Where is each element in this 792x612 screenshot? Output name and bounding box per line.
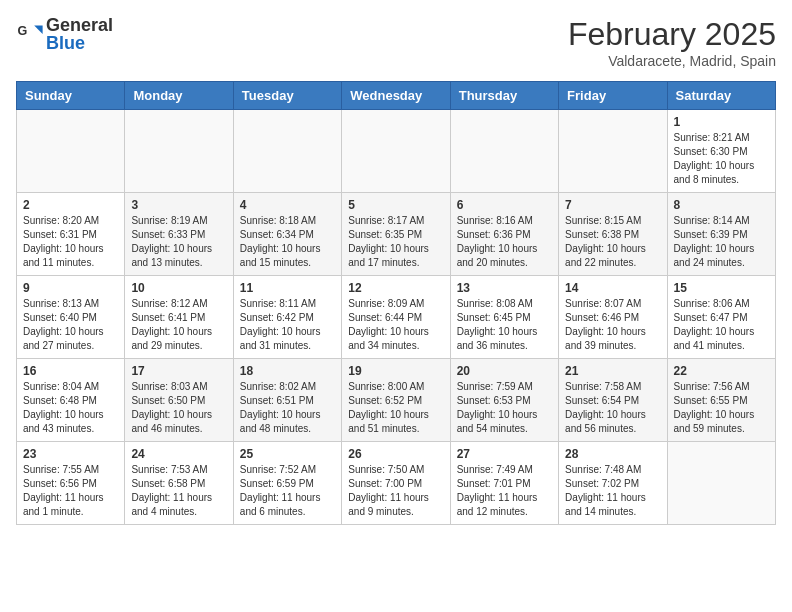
day-cell: 7Sunrise: 8:15 AM Sunset: 6:38 PM Daylig… — [559, 193, 667, 276]
day-number: 28 — [565, 447, 660, 461]
month-year-title: February 2025 — [568, 16, 776, 53]
day-number: 7 — [565, 198, 660, 212]
day-cell: 12Sunrise: 8:09 AM Sunset: 6:44 PM Dayli… — [342, 276, 450, 359]
day-cell: 1Sunrise: 8:21 AM Sunset: 6:30 PM Daylig… — [667, 110, 775, 193]
day-info: Sunrise: 8:03 AM Sunset: 6:50 PM Dayligh… — [131, 380, 226, 436]
page-header: G General Blue February 2025 Valdaracete… — [16, 16, 776, 69]
weekday-header-saturday: Saturday — [667, 82, 775, 110]
logo-general-text: General — [46, 16, 113, 34]
day-number: 21 — [565, 364, 660, 378]
day-number: 24 — [131, 447, 226, 461]
weekday-header-thursday: Thursday — [450, 82, 558, 110]
day-cell: 21Sunrise: 7:58 AM Sunset: 6:54 PM Dayli… — [559, 359, 667, 442]
day-info: Sunrise: 8:18 AM Sunset: 6:34 PM Dayligh… — [240, 214, 335, 270]
location-subtitle: Valdaracete, Madrid, Spain — [568, 53, 776, 69]
day-cell: 26Sunrise: 7:50 AM Sunset: 7:00 PM Dayli… — [342, 442, 450, 525]
day-number: 14 — [565, 281, 660, 295]
logo: G General Blue — [16, 16, 113, 52]
weekday-header-tuesday: Tuesday — [233, 82, 341, 110]
day-number: 6 — [457, 198, 552, 212]
day-cell: 28Sunrise: 7:48 AM Sunset: 7:02 PM Dayli… — [559, 442, 667, 525]
day-number: 15 — [674, 281, 769, 295]
day-cell: 22Sunrise: 7:56 AM Sunset: 6:55 PM Dayli… — [667, 359, 775, 442]
day-info: Sunrise: 7:48 AM Sunset: 7:02 PM Dayligh… — [565, 463, 660, 519]
day-cell: 18Sunrise: 8:02 AM Sunset: 6:51 PM Dayli… — [233, 359, 341, 442]
day-cell: 27Sunrise: 7:49 AM Sunset: 7:01 PM Dayli… — [450, 442, 558, 525]
day-cell — [559, 110, 667, 193]
logo-blue-text: Blue — [46, 34, 113, 52]
day-info: Sunrise: 7:52 AM Sunset: 6:59 PM Dayligh… — [240, 463, 335, 519]
day-info: Sunrise: 7:50 AM Sunset: 7:00 PM Dayligh… — [348, 463, 443, 519]
day-cell: 5Sunrise: 8:17 AM Sunset: 6:35 PM Daylig… — [342, 193, 450, 276]
day-info: Sunrise: 8:06 AM Sunset: 6:47 PM Dayligh… — [674, 297, 769, 353]
day-cell — [17, 110, 125, 193]
day-cell: 8Sunrise: 8:14 AM Sunset: 6:39 PM Daylig… — [667, 193, 775, 276]
day-cell: 20Sunrise: 7:59 AM Sunset: 6:53 PM Dayli… — [450, 359, 558, 442]
day-info: Sunrise: 8:08 AM Sunset: 6:45 PM Dayligh… — [457, 297, 552, 353]
day-cell — [450, 110, 558, 193]
day-number: 9 — [23, 281, 118, 295]
day-cell: 6Sunrise: 8:16 AM Sunset: 6:36 PM Daylig… — [450, 193, 558, 276]
day-info: Sunrise: 8:02 AM Sunset: 6:51 PM Dayligh… — [240, 380, 335, 436]
day-info: Sunrise: 8:21 AM Sunset: 6:30 PM Dayligh… — [674, 131, 769, 187]
day-info: Sunrise: 8:09 AM Sunset: 6:44 PM Dayligh… — [348, 297, 443, 353]
title-block: February 2025 Valdaracete, Madrid, Spain — [568, 16, 776, 69]
day-info: Sunrise: 7:49 AM Sunset: 7:01 PM Dayligh… — [457, 463, 552, 519]
day-info: Sunrise: 7:56 AM Sunset: 6:55 PM Dayligh… — [674, 380, 769, 436]
svg-text:G: G — [17, 24, 27, 38]
day-number: 18 — [240, 364, 335, 378]
day-info: Sunrise: 8:15 AM Sunset: 6:38 PM Dayligh… — [565, 214, 660, 270]
day-number: 17 — [131, 364, 226, 378]
day-number: 12 — [348, 281, 443, 295]
week-row-1: 1Sunrise: 8:21 AM Sunset: 6:30 PM Daylig… — [17, 110, 776, 193]
day-number: 22 — [674, 364, 769, 378]
day-info: Sunrise: 8:16 AM Sunset: 6:36 PM Dayligh… — [457, 214, 552, 270]
weekday-header-row: SundayMondayTuesdayWednesdayThursdayFrid… — [17, 82, 776, 110]
day-info: Sunrise: 8:13 AM Sunset: 6:40 PM Dayligh… — [23, 297, 118, 353]
logo-icon: G — [16, 20, 44, 48]
day-cell: 2Sunrise: 8:20 AM Sunset: 6:31 PM Daylig… — [17, 193, 125, 276]
day-info: Sunrise: 8:11 AM Sunset: 6:42 PM Dayligh… — [240, 297, 335, 353]
day-number: 19 — [348, 364, 443, 378]
day-number: 4 — [240, 198, 335, 212]
weekday-header-sunday: Sunday — [17, 82, 125, 110]
day-number: 10 — [131, 281, 226, 295]
day-cell: 9Sunrise: 8:13 AM Sunset: 6:40 PM Daylig… — [17, 276, 125, 359]
day-cell: 17Sunrise: 8:03 AM Sunset: 6:50 PM Dayli… — [125, 359, 233, 442]
week-row-3: 9Sunrise: 8:13 AM Sunset: 6:40 PM Daylig… — [17, 276, 776, 359]
day-number: 8 — [674, 198, 769, 212]
day-number: 3 — [131, 198, 226, 212]
day-info: Sunrise: 8:07 AM Sunset: 6:46 PM Dayligh… — [565, 297, 660, 353]
day-cell: 11Sunrise: 8:11 AM Sunset: 6:42 PM Dayli… — [233, 276, 341, 359]
week-row-4: 16Sunrise: 8:04 AM Sunset: 6:48 PM Dayli… — [17, 359, 776, 442]
day-cell: 15Sunrise: 8:06 AM Sunset: 6:47 PM Dayli… — [667, 276, 775, 359]
day-info: Sunrise: 8:14 AM Sunset: 6:39 PM Dayligh… — [674, 214, 769, 270]
day-cell: 19Sunrise: 8:00 AM Sunset: 6:52 PM Dayli… — [342, 359, 450, 442]
day-cell: 25Sunrise: 7:52 AM Sunset: 6:59 PM Dayli… — [233, 442, 341, 525]
day-cell — [342, 110, 450, 193]
day-info: Sunrise: 7:55 AM Sunset: 6:56 PM Dayligh… — [23, 463, 118, 519]
calendar-table: SundayMondayTuesdayWednesdayThursdayFrid… — [16, 81, 776, 525]
day-number: 1 — [674, 115, 769, 129]
day-number: 2 — [23, 198, 118, 212]
day-info: Sunrise: 7:58 AM Sunset: 6:54 PM Dayligh… — [565, 380, 660, 436]
day-number: 27 — [457, 447, 552, 461]
day-cell: 3Sunrise: 8:19 AM Sunset: 6:33 PM Daylig… — [125, 193, 233, 276]
weekday-header-monday: Monday — [125, 82, 233, 110]
day-cell — [233, 110, 341, 193]
day-info: Sunrise: 7:59 AM Sunset: 6:53 PM Dayligh… — [457, 380, 552, 436]
day-number: 23 — [23, 447, 118, 461]
day-info: Sunrise: 8:00 AM Sunset: 6:52 PM Dayligh… — [348, 380, 443, 436]
day-cell: 24Sunrise: 7:53 AM Sunset: 6:58 PM Dayli… — [125, 442, 233, 525]
day-cell: 10Sunrise: 8:12 AM Sunset: 6:41 PM Dayli… — [125, 276, 233, 359]
day-number: 16 — [23, 364, 118, 378]
weekday-header-wednesday: Wednesday — [342, 82, 450, 110]
day-cell: 23Sunrise: 7:55 AM Sunset: 6:56 PM Dayli… — [17, 442, 125, 525]
day-cell: 4Sunrise: 8:18 AM Sunset: 6:34 PM Daylig… — [233, 193, 341, 276]
day-cell: 13Sunrise: 8:08 AM Sunset: 6:45 PM Dayli… — [450, 276, 558, 359]
day-number: 13 — [457, 281, 552, 295]
week-row-5: 23Sunrise: 7:55 AM Sunset: 6:56 PM Dayli… — [17, 442, 776, 525]
day-number: 26 — [348, 447, 443, 461]
day-number: 5 — [348, 198, 443, 212]
day-info: Sunrise: 8:04 AM Sunset: 6:48 PM Dayligh… — [23, 380, 118, 436]
